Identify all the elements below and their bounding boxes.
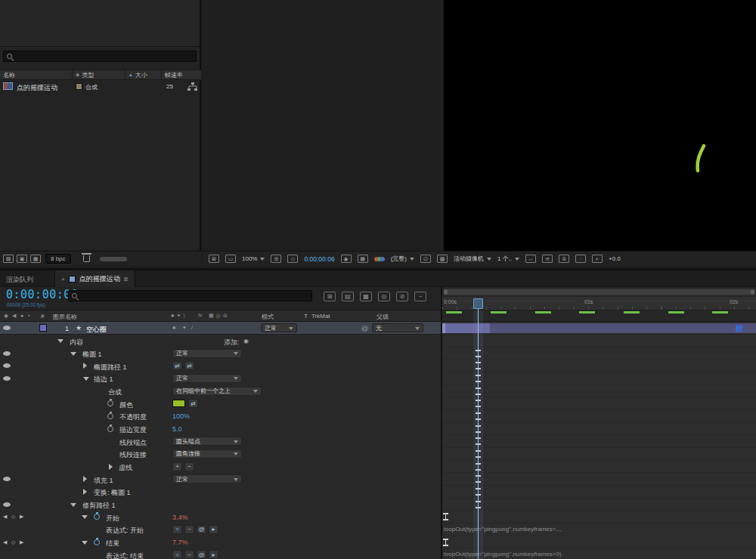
keyframe-icon[interactable] bbox=[443, 513, 448, 520]
blend-mode-select[interactable]: 正常 bbox=[172, 349, 242, 358]
keyframe-toggle-icon[interactable]: ◇ bbox=[11, 539, 15, 545]
mask-visibility-icon[interactable]: ◇ bbox=[287, 255, 298, 263]
expression-menu-icon[interactable]: ▸ bbox=[209, 525, 218, 534]
property-label[interactable]: 描边宽度 bbox=[119, 425, 147, 435]
quality-switch-icon[interactable]: ✦ bbox=[182, 325, 187, 331]
line-cap-select[interactable]: 圆头端点 bbox=[172, 437, 242, 446]
property-label[interactable]: 椭圆 1 bbox=[82, 350, 102, 360]
twirl-open-icon[interactable] bbox=[70, 503, 76, 507]
visibility-eye-icon[interactable] bbox=[3, 477, 11, 481]
property-label[interactable]: 变换: 椭圆 1 bbox=[94, 488, 131, 498]
path-direction-icon[interactable]: ⇄ bbox=[184, 361, 194, 370]
property-label[interactable]: 修剪路径 1 bbox=[82, 501, 116, 511]
visibility-eye-icon[interactable] bbox=[3, 502, 11, 507]
time-navigator-bar[interactable] bbox=[444, 289, 754, 295]
prev-keyframe-icon[interactable]: ◀ bbox=[3, 539, 7, 545]
new-composition-icon[interactable]: ▦ bbox=[30, 255, 41, 263]
stopwatch-icon[interactable] bbox=[107, 400, 113, 406]
expression-graph-icon[interactable]: ~ bbox=[184, 550, 194, 559]
add-dash-icon[interactable]: + bbox=[172, 462, 182, 471]
property-label[interactable]: 合成 bbox=[108, 388, 122, 397]
time-navigator[interactable] bbox=[442, 288, 756, 296]
visibility-eye-icon[interactable] bbox=[3, 376, 11, 381]
keyframe-icon[interactable] bbox=[443, 539, 448, 546]
layer-duration-bar[interactable] bbox=[442, 323, 756, 333]
expression-menu-icon[interactable]: ▸ bbox=[209, 550, 218, 559]
property-value[interactable]: 7.7% bbox=[172, 539, 188, 546]
twirl-closed-icon[interactable] bbox=[83, 476, 87, 482]
region-of-interest-icon[interactable]: ⊡ bbox=[420, 255, 431, 263]
parent-pick-whip-icon[interactable]: @ bbox=[361, 325, 368, 332]
column-size[interactable]: ▲大小 bbox=[125, 70, 162, 79]
layer-name[interactable]: 空心圈 bbox=[86, 325, 107, 335]
property-value[interactable]: 100% bbox=[172, 412, 190, 420]
property-label[interactable]: 线段端点 bbox=[119, 438, 147, 448]
comp-mini-flowchart-icon[interactable]: ⊞ bbox=[324, 292, 336, 301]
column-trkmat[interactable]: TrkMat bbox=[311, 313, 330, 320]
eyedropper-icon[interactable]: ⇄ bbox=[188, 399, 198, 408]
current-time-indicator-line[interactable] bbox=[478, 309, 479, 559]
twirl-open-icon[interactable] bbox=[57, 339, 64, 343]
main-viewer-icon[interactable]: ▭ bbox=[225, 255, 236, 263]
delete-trash-icon[interactable] bbox=[83, 255, 90, 262]
graph-editor-icon[interactable]: ~ bbox=[414, 292, 426, 301]
show-channels-icon[interactable] bbox=[374, 257, 385, 261]
column-layer-name[interactable]: 图层名称 bbox=[53, 313, 77, 321]
prev-keyframe-icon[interactable]: ◀ bbox=[3, 514, 7, 520]
column-parent[interactable]: 父级 bbox=[376, 313, 389, 321]
current-time-indicator-handle[interactable] bbox=[473, 298, 483, 309]
next-keyframe-icon[interactable]: ▶ bbox=[20, 514, 23, 520]
expression-text[interactable]: loopOut(type="pingpong",numkeyframes=.., bbox=[444, 526, 561, 533]
blend-mode-select[interactable]: 正常 bbox=[172, 374, 242, 383]
add-label[interactable]: 添加: bbox=[224, 338, 240, 347]
fast-preview-icon[interactable]: ≋ bbox=[542, 255, 553, 263]
hide-shy-layers-icon[interactable]: ▦ bbox=[360, 292, 372, 301]
tab-render-queue[interactable]: 渲染队列 bbox=[6, 275, 33, 285]
property-label[interactable]: 描边 1 bbox=[94, 375, 113, 385]
stopwatch-icon[interactable] bbox=[107, 413, 113, 419]
show-snapshot-icon[interactable]: ▦ bbox=[358, 255, 368, 263]
composition-view[interactable] bbox=[444, 0, 756, 251]
new-folder-icon[interactable]: ▣ bbox=[17, 255, 27, 263]
frame-blend-icon[interactable]: ◎ bbox=[378, 292, 390, 301]
expression-text[interactable]: loopOut(type="pingpong",numkeyframes=0) bbox=[444, 551, 562, 557]
project-item-row[interactable]: 点的摇摆运动 合成 25 bbox=[0, 81, 201, 92]
horizontal-scrollbar-thumb[interactable] bbox=[100, 257, 127, 261]
pick-whip-icon[interactable]: @ bbox=[197, 525, 206, 534]
project-color-depth[interactable]: 8 bpc bbox=[45, 254, 71, 264]
view-layout-select[interactable]: 1 个.. bbox=[497, 255, 519, 263]
exposure-value[interactable]: +0.0 bbox=[609, 255, 621, 262]
visibility-eye-icon[interactable] bbox=[3, 363, 11, 368]
twirl-open-icon[interactable] bbox=[82, 541, 88, 545]
transparency-grid-icon[interactable]: ▩ bbox=[437, 255, 448, 263]
magnification-select[interactable]: 100% bbox=[242, 255, 265, 262]
next-keyframe-icon[interactable]: ▶ bbox=[20, 539, 23, 545]
layer-parent-select[interactable]: 无 bbox=[372, 323, 423, 332]
stopwatch-icon[interactable] bbox=[107, 426, 113, 432]
timeline-button-icon[interactable]: ≣ bbox=[559, 255, 569, 263]
add-menu-icon[interactable]: ◉ bbox=[243, 338, 249, 344]
column-type[interactable]: ◈类型 bbox=[73, 70, 125, 79]
column-mode[interactable]: 模式 bbox=[262, 313, 274, 321]
blend-mode-select[interactable]: 正常 bbox=[172, 474, 242, 483]
property-label[interactable]: 虚线 bbox=[119, 463, 132, 473]
twirl-closed-icon[interactable] bbox=[83, 363, 87, 369]
property-label[interactable]: 椭圆路径 1 bbox=[94, 363, 127, 372]
pick-whip-icon[interactable]: @ bbox=[197, 550, 206, 559]
3d-view-select[interactable]: 活动摄像机 bbox=[454, 255, 491, 263]
resolution-select[interactable]: (完整) bbox=[391, 255, 414, 263]
stopwatch-icon[interactable] bbox=[94, 514, 100, 520]
property-label[interactable]: 不透明度 bbox=[119, 412, 147, 422]
twirl-open-icon[interactable] bbox=[70, 352, 76, 356]
layer-out-marker[interactable] bbox=[736, 325, 742, 332]
tab-composition[interactable]: × 点的摇摆运动 ≡ bbox=[54, 270, 135, 287]
twirl-open-icon[interactable] bbox=[82, 515, 88, 519]
layer-blend-mode-select[interactable]: 正常 bbox=[261, 323, 297, 332]
property-label[interactable]: 结束 bbox=[106, 539, 119, 548]
twirl-open-icon[interactable] bbox=[83, 377, 89, 381]
viewer-timecode[interactable]: 0:00:00:06 bbox=[304, 255, 334, 263]
label-color-chip[interactable] bbox=[76, 83, 82, 90]
property-value[interactable]: 5.0 bbox=[172, 425, 182, 433]
expression-enable-icon[interactable]: = bbox=[172, 550, 182, 559]
snapshot-camera-icon[interactable]: ◉ bbox=[341, 255, 352, 263]
